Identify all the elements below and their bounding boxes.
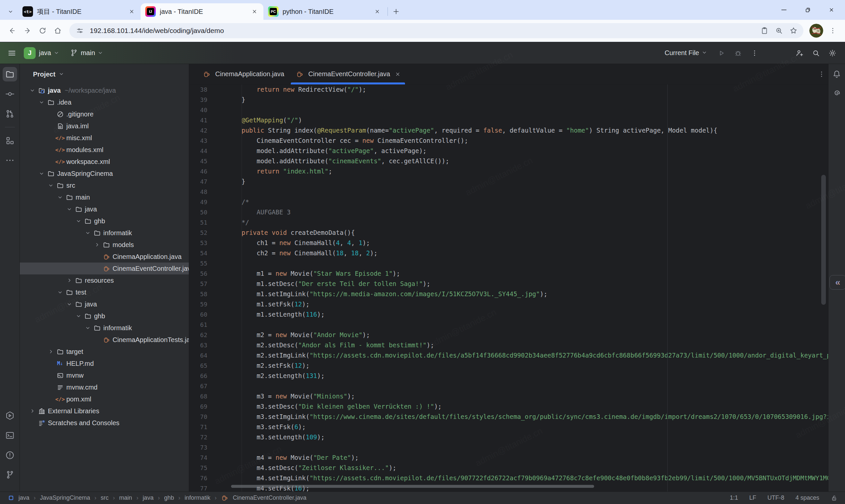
browser-menu-icon[interactable] xyxy=(825,23,840,38)
reload-icon[interactable] xyxy=(35,23,50,38)
line-number[interactable]: 72 xyxy=(189,432,226,442)
line-number[interactable]: 38 xyxy=(189,85,226,95)
breadcrumb-item[interactable]: main xyxy=(119,494,132,501)
line-number[interactable]: 69 xyxy=(189,401,226,412)
line-number[interactable]: 73 xyxy=(189,442,226,452)
tree-item-java[interactable]: java xyxy=(20,298,189,310)
bookmark-star-icon[interactable] xyxy=(786,23,801,38)
line-number[interactable]: 75 xyxy=(189,463,226,473)
line-number[interactable]: 48 xyxy=(189,187,226,197)
code-line-48[interactable]: 48 xyxy=(189,187,828,197)
line-number[interactable]: 52 xyxy=(189,228,226,238)
breadcrumb-item[interactable]: informatik xyxy=(184,494,210,501)
code-line-42[interactable]: 42 public String index(@RequestParam(nam… xyxy=(189,125,828,136)
editor-tabs-menu-icon[interactable] xyxy=(815,68,828,81)
editor-tab-1[interactable]: CinemaApplication.java xyxy=(196,64,289,84)
tree-item-models[interactable]: models xyxy=(20,239,189,251)
back-icon[interactable] xyxy=(5,23,20,38)
tree-item-resources[interactable]: resources xyxy=(20,274,189,286)
services-icon[interactable] xyxy=(3,408,17,423)
vertical-scrollbar[interactable] xyxy=(821,175,826,305)
code-line-69[interactable]: 69 m3.setDesc("Die kleinen gelben Verrüc… xyxy=(189,401,828,412)
code-line-50[interactable]: 50 AUFGABE 3 xyxy=(189,207,828,217)
tree-item-informatik[interactable]: informatik xyxy=(20,322,189,334)
search-icon[interactable] xyxy=(809,46,823,60)
add-user-icon[interactable] xyxy=(792,46,807,60)
code-line-40[interactable]: 40 xyxy=(189,105,828,115)
run-config-selector[interactable]: Current File xyxy=(665,49,709,57)
debug-icon[interactable] xyxy=(731,46,745,60)
code-line-46[interactable]: 46 return "index.html"; xyxy=(189,166,828,177)
code-line-49[interactable]: 49 /* xyxy=(189,197,828,207)
breadcrumb-item[interactable]: ghb xyxy=(164,494,174,501)
line-number[interactable]: 62 xyxy=(189,330,226,340)
chevron-down-icon[interactable] xyxy=(53,50,60,57)
tree-item-src[interactable]: src xyxy=(20,179,189,191)
more-icon[interactable] xyxy=(3,153,17,167)
code-area[interactable]: 38 return new RedirectView("/");39 }4041… xyxy=(189,85,828,491)
close-tab-icon[interactable] xyxy=(249,6,260,17)
line-number[interactable]: 61 xyxy=(189,320,226,330)
clipboard-icon[interactable] xyxy=(757,23,772,38)
code-line-63[interactable]: 63 m2.setDesc("Andor als Film - kommt be… xyxy=(189,340,828,350)
code-line-68[interactable]: 68 m3 = new Movie("Minions"); xyxy=(189,391,828,401)
code-line-45[interactable]: 45 model.addAttribute("cinemaEvents", ce… xyxy=(189,156,828,166)
tree-item--idea[interactable]: .idea xyxy=(20,96,189,108)
tree-item-misc-xml[interactable]: </>misc.xml xyxy=(20,132,189,144)
code-line-75[interactable]: 75 m4.setDesc("Zeitloser Klassiker..."); xyxy=(189,463,828,473)
breadcrumb-item[interactable]: src xyxy=(101,494,109,501)
code-line-57[interactable]: 57 m1.setDesc("Der erste Teil der tollen… xyxy=(189,279,828,289)
tree-toggle-icon[interactable] xyxy=(28,408,37,414)
code-line-72[interactable]: 72 m3.setLength(109); xyxy=(189,432,828,442)
line-number[interactable]: 70 xyxy=(189,412,226,422)
tree-item-informatik[interactable]: informatik xyxy=(20,227,189,239)
address-bar[interactable]: 192.168.101.144/ide/web/coding/java/demo xyxy=(69,23,804,38)
tree-item-workspace-xml[interactable]: </>workspace.xml xyxy=(20,156,189,167)
code-line-64[interactable]: 64 m2.setImgLink("https://assets.cdn.mov… xyxy=(189,350,828,361)
main-menu-icon[interactable] xyxy=(5,46,19,60)
line-number[interactable]: 63 xyxy=(189,340,226,350)
tree-item-external-libraries[interactable]: External Libraries xyxy=(20,405,189,417)
git-branch-icon[interactable] xyxy=(3,468,17,482)
project-name[interactable]: java xyxy=(39,49,51,57)
code-line-41[interactable]: 41 @GetMapping("/") xyxy=(189,115,828,125)
line-number[interactable]: 40 xyxy=(189,105,226,115)
collapse-panel-button[interactable]: « xyxy=(829,275,845,290)
folder-tool-icon[interactable] xyxy=(3,67,17,82)
tree-toggle-icon[interactable] xyxy=(28,87,37,94)
tree-item-pom-xml[interactable]: </>pom.xml xyxy=(20,393,189,405)
horizontal-scrollbar[interactable] xyxy=(231,485,594,488)
close-tab-icon[interactable] xyxy=(372,6,382,17)
tree-toggle-icon[interactable] xyxy=(74,313,83,319)
tree-toggle-icon[interactable] xyxy=(74,218,83,224)
code-line-44[interactable]: 44 model.addAttribute("activePage", acti… xyxy=(189,146,828,156)
line-number[interactable]: 76 xyxy=(189,473,226,483)
tree-item-cinemaeventcontroller-java[interactable]: CinemaEventController.java xyxy=(20,263,189,274)
code-line-71[interactable]: 71 m3.setFsk(6); xyxy=(189,422,828,432)
tree-item--gitignore[interactable]: .gitignore xyxy=(20,108,189,120)
line-number[interactable]: 56 xyxy=(189,269,226,279)
line-number[interactable]: 39 xyxy=(189,95,226,105)
bell-icon[interactable] xyxy=(829,67,844,82)
line-number[interactable]: 50 xyxy=(189,207,226,217)
tree-item-mvnw[interactable]: mvnw xyxy=(20,370,189,381)
line-number[interactable]: 64 xyxy=(189,350,226,361)
caret-position[interactable]: 1:1 xyxy=(730,494,738,501)
line-number[interactable]: 60 xyxy=(189,309,226,320)
tree-item-cinemaapplicationtests-java[interactable]: CinemaApplicationTests.java xyxy=(20,334,189,346)
tree-toggle-icon[interactable] xyxy=(37,170,46,177)
line-number[interactable]: 51 xyxy=(189,217,226,228)
run-icon[interactable] xyxy=(714,46,729,60)
minimize-icon[interactable] xyxy=(780,6,788,14)
tree-item-java-iml[interactable]: java.iml xyxy=(20,120,189,132)
line-number[interactable]: 74 xyxy=(189,452,226,463)
code-line-76[interactable]: 76 m4.setImgLink("https://assets.cdn.mov… xyxy=(189,473,828,483)
breadcrumb-item[interactable]: CinemaEventController.java xyxy=(233,494,306,501)
code-line-51[interactable]: 51 */ xyxy=(189,217,828,228)
tree-toggle-icon[interactable] xyxy=(65,206,74,212)
project-badge[interactable]: J xyxy=(24,47,36,59)
tab-search-button[interactable] xyxy=(3,3,18,20)
tree-toggle-icon[interactable] xyxy=(37,99,46,106)
tree-item-main[interactable]: main xyxy=(20,191,189,203)
tree-toggle-icon[interactable] xyxy=(47,348,55,355)
